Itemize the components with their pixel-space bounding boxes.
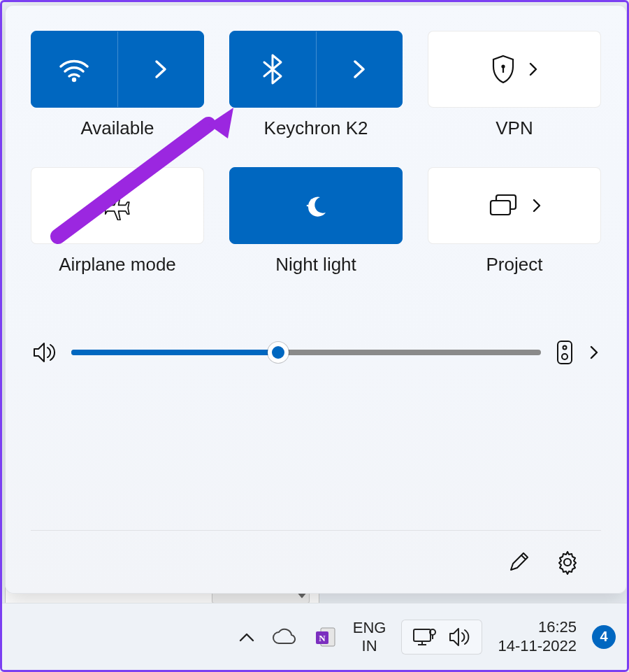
svg-point-9 xyxy=(563,346,567,350)
chevron-right-icon xyxy=(588,345,600,360)
project-label: Project xyxy=(486,254,543,276)
svg-rect-8 xyxy=(558,341,572,364)
chevron-right-icon xyxy=(352,59,367,80)
network-icon xyxy=(412,626,438,648)
edit-quick-settings-button[interactable] xyxy=(503,547,534,578)
volume-fill xyxy=(71,350,278,355)
svg-point-1 xyxy=(501,64,505,68)
quick-settings-panel: Available Keychron K2 xyxy=(5,5,627,594)
project-tile[interactable] xyxy=(428,167,601,244)
chevron-up-icon xyxy=(238,631,255,643)
bluetooth-icon xyxy=(261,53,284,85)
volume-row xyxy=(31,338,601,366)
language-indicator[interactable]: ENG IN xyxy=(353,619,386,655)
audio-more-button[interactable] xyxy=(588,345,600,360)
airplane-icon xyxy=(101,191,134,220)
onenote-tray-icon[interactable]: N xyxy=(314,625,338,649)
notification-count-badge[interactable]: 4 xyxy=(592,625,616,649)
system-tray-group[interactable] xyxy=(401,620,482,655)
bluetooth-label: Keychron K2 xyxy=(264,117,368,139)
svg-rect-2 xyxy=(503,68,504,73)
airplane-mode-label: Airplane mode xyxy=(59,254,176,276)
wifi-toggle[interactable] xyxy=(31,31,118,107)
night-light-tile[interactable] xyxy=(229,167,403,244)
wifi-tile[interactable] xyxy=(31,31,204,108)
taskbar: N ENG IN 16:25 14-11-2022 4 xyxy=(2,603,627,670)
speaker-icon[interactable] xyxy=(32,341,57,364)
onenote-icon: N xyxy=(314,625,338,649)
cloud-icon xyxy=(270,628,298,646)
wifi-icon xyxy=(57,55,92,83)
audio-output-button[interactable] xyxy=(555,338,574,366)
svg-rect-7 xyxy=(491,201,510,215)
night-light-icon xyxy=(301,192,331,220)
volume-slider[interactable] xyxy=(71,340,541,365)
svg-point-4 xyxy=(307,205,309,207)
airplane-mode-tile[interactable] xyxy=(31,167,204,244)
vpn-tile[interactable] xyxy=(428,31,601,108)
project-icon xyxy=(486,192,520,219)
tray-overflow-button[interactable] xyxy=(238,631,255,643)
chevron-right-icon xyxy=(528,62,539,77)
bluetooth-tile[interactable] xyxy=(229,31,403,108)
date-text: 14-11-2022 xyxy=(498,637,577,655)
svg-text:N: N xyxy=(319,633,326,643)
quick-settings-footer xyxy=(31,530,601,593)
svg-point-11 xyxy=(564,559,571,566)
svg-point-0 xyxy=(72,78,76,82)
language-bottom: IN xyxy=(353,637,386,655)
wifi-more-button[interactable] xyxy=(118,31,204,107)
chevron-right-icon xyxy=(531,198,542,213)
volume-icon xyxy=(448,627,472,648)
svg-point-5 xyxy=(312,208,314,210)
vpn-label: VPN xyxy=(496,117,533,139)
pencil-icon xyxy=(507,550,530,574)
svg-point-10 xyxy=(562,354,567,359)
volume-thumb[interactable] xyxy=(268,342,289,363)
time-text: 16:25 xyxy=(498,618,577,636)
bluetooth-more-button[interactable] xyxy=(317,31,403,107)
night-light-label: Night light xyxy=(275,254,356,276)
shield-icon xyxy=(490,54,516,85)
language-top: ENG xyxy=(353,619,386,636)
taskbar-clock[interactable]: 16:25 14-11-2022 xyxy=(498,618,577,655)
svg-rect-16 xyxy=(414,629,431,641)
gear-icon xyxy=(555,550,580,575)
svg-point-3 xyxy=(310,199,312,201)
quick-settings-tiles: Available Keychron K2 xyxy=(31,31,601,276)
wifi-label: Available xyxy=(80,117,154,139)
settings-button[interactable] xyxy=(552,547,583,578)
bluetooth-toggle[interactable] xyxy=(230,31,317,107)
onedrive-tray-icon[interactable] xyxy=(270,628,298,646)
chevron-right-icon xyxy=(153,59,168,80)
